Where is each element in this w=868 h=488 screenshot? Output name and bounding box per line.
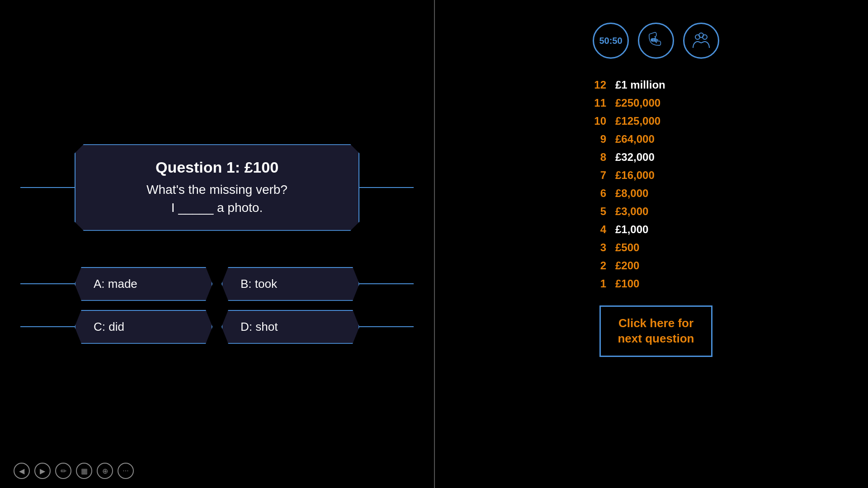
answer-a-connector-left [20,283,75,284]
prize-number: 9 [593,133,606,145]
prize-row: 4£1,000 [593,221,719,238]
prize-amount: £64,000 [615,133,655,145]
lifeline-fifty-fifty[interactable]: 50:50 [593,23,629,59]
prize-amount: £125,000 [615,115,660,127]
back-button[interactable]: ◀ [14,463,30,479]
prize-amount: £200 [615,259,639,272]
next-question-button[interactable]: Click here for next question [599,305,712,357]
answer-b-connector-right [359,283,414,284]
svg-point-3 [699,33,703,38]
prize-row: 5£3,000 [593,203,719,220]
prize-amount: £500 [615,241,639,254]
prize-number: 12 [593,79,606,91]
prize-number: 6 [593,187,606,200]
audience-icon [691,31,711,51]
question-text: What's the missing verb? I _____ a photo… [98,181,336,216]
q-connector-left [20,187,75,188]
prize-number: 7 [593,169,606,182]
prize-amount: £1,000 [615,223,648,236]
svg-text:✏: ✏ [651,35,659,45]
prize-row: 2£200 [593,258,719,274]
prize-row: 1£100 [593,276,719,292]
answer-d-row: D: shot [222,310,359,344]
prize-amount: £100 [615,277,639,290]
answer-a[interactable]: A: made [75,267,212,301]
prize-number: 2 [593,259,606,272]
prize-number: 1 [593,277,606,290]
prize-amount: £32,000 [615,151,655,164]
answer-a-row: A: made [75,267,212,301]
answers-grid: A: made B: took C: did D: shot [75,267,359,344]
more-button[interactable]: ··· [118,463,134,479]
edit-button[interactable]: ✏ [55,463,71,479]
prize-row: 7£16,000 [593,167,719,183]
prize-number: 5 [593,205,606,218]
prize-amount: £16,000 [615,169,655,182]
phone-icon: ✏ [647,32,665,50]
lifeline-phone[interactable]: ✏ [638,23,674,59]
prize-ladder: 12£1 million11£250,00010£125,0009£64,000… [593,77,719,292]
answer-c-connector-left [20,326,75,327]
question-text-line1: What's the missing verb? [146,183,288,197]
prize-number: 10 [593,115,606,127]
prize-number: 4 [593,223,606,236]
prize-amount: £8,000 [615,187,648,200]
prize-row: 12£1 million [593,77,719,93]
answer-b-row: B: took [222,267,359,301]
question-box: Question 1: £100 What's the missing verb… [75,144,359,230]
prize-row: 6£8,000 [593,185,719,202]
prize-row: 9£64,000 [593,131,719,147]
q-connector-right [359,187,414,188]
answer-c-row: C: did [75,310,212,344]
prize-number: 11 [593,97,606,109]
right-panel: 50:50 ✏ 12£1 million11£250,00010£125,000… [435,0,868,488]
prize-row: 8£32,000 [593,149,719,165]
left-panel: Question 1: £100 What's the missing verb… [0,0,434,488]
prize-amount: £250,000 [615,97,660,109]
prize-number: 8 [593,151,606,164]
zoom-button[interactable]: ⊕ [97,463,113,479]
prize-row: 3£500 [593,239,719,256]
answer-b[interactable]: B: took [222,267,359,301]
question-inner: Question 1: £100 What's the missing verb… [75,144,359,230]
prize-number: 3 [593,241,606,254]
answer-c[interactable]: C: did [75,310,212,344]
question-text-line2: I _____ a photo. [171,201,263,215]
answer-d-connector-right [359,326,414,327]
lifeline-audience[interactable] [683,23,719,59]
prize-row: 11£250,000 [593,95,719,111]
lifelines: 50:50 ✏ [593,23,719,59]
prize-amount: £1 million [615,79,665,91]
prize-amount: £3,000 [615,205,648,218]
toolbar: ◀ ▶ ✏ ▦ ⊕ ··· [14,463,134,479]
grid-button[interactable]: ▦ [76,463,92,479]
question-title: Question 1: £100 [98,159,336,176]
prize-row: 10£125,000 [593,113,719,129]
answer-d[interactable]: D: shot [222,310,359,344]
forward-button[interactable]: ▶ [34,463,51,479]
